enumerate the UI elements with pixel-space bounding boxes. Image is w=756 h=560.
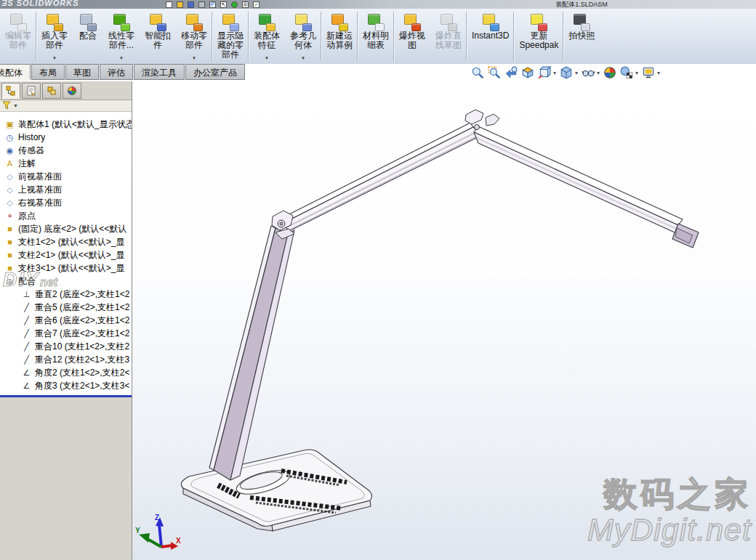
featuremanager-tree-icon[interactable] [1,83,20,99]
filter-caret[interactable]: ▼ [13,103,18,108]
triad-x-label: X [176,537,181,545]
apply-scene-icon[interactable] [620,66,633,79]
options-list-icon[interactable]: ≡ [242,1,249,8]
bill-of-materials-button[interactable]: 材料明 细表 ▼ [358,9,394,64]
undo-icon[interactable]: ↶ [209,1,216,8]
apply-scene-caret[interactable]: ▾ [635,70,638,76]
display-style-icon[interactable] [560,66,573,79]
dropdown-caret[interactable]: ▼ [52,54,57,63]
displaymanager-icon[interactable] [63,83,81,99]
tab-office-products[interactable]: 办公室产品 [185,64,245,80]
insert-components-button[interactable]: 插入零 部件 ▼ [36,9,73,64]
feature-tree: ▣ 装配体1 (默认<默认_显示状态- ◷ History ◉ 传感器 A 注解… [0,112,132,395]
solidworks-logo: ƎS SOLIDWORKS [1,0,79,7]
model-viewport[interactable]: Z Y X [132,81,756,560]
view-settings-caret[interactable]: ▾ [657,70,660,76]
tab-sketch[interactable]: 草图 [65,64,99,80]
dropdown-caret[interactable]: ▼ [265,54,269,63]
tree-item-top-plane[interactable]: ◇ 上视基准面 [0,183,132,196]
tree-item-mate-coincident6[interactable]: ╱ 重合6 (底座<2>,支柱1<2 [0,314,132,327]
tab-assembly[interactable]: 装配体 [0,64,31,80]
lamp-upper-arm[interactable] [279,123,482,231]
tree-item-mate-coincident10[interactable]: ╱ 重合10 (支柱1<2>,支柱2 [0,340,132,353]
move-component-button[interactable]: 移动零 部件 ▼ [176,9,212,64]
command-manager: 编辑零 部件 ▼ 插入零 部件 ▼ 配合 ▼ 线性零 部件... ▼ 智能扣 件 [0,9,756,65]
instant3d-button[interactable]: Instant3D ▼ [467,9,514,64]
view-orientation-caret[interactable]: ▾ [553,70,556,76]
display-style-caret[interactable]: ▾ [575,70,578,76]
tree-item-origin[interactable]: ⌖ 原点 [0,209,132,222]
hide-show-items-caret[interactable]: ▾ [597,70,600,76]
edit-component-button[interactable]: 编辑零 部件 ▼ [0,9,36,64]
tree-item-pillar1[interactable]: ■ 支柱1<2> (默认<<默认>_显 [0,235,132,248]
smart-fasteners-button[interactable]: 智能扣 件 ▼ [140,9,176,64]
edit-appearance-icon[interactable] [603,66,616,79]
tree-item-pillar3[interactable]: ■ 支柱3<1> (默认<<默认>_显 [0,261,132,275]
rollback-bar[interactable] [0,395,132,397]
tree-item-mate-angle3[interactable]: ∠ 角度3 (支柱2<1>,支柱3< [0,379,132,392]
tree-item-mate-coincident5[interactable]: ╱ 重合5 (底座<2>,支柱1<2 [0,301,132,314]
filter-funnel-icon[interactable] [2,100,11,113]
tree-item-history[interactable]: ◷ History [0,131,132,144]
reference-geometry-button[interactable]: 参考几 何体 ▼ [285,9,321,64]
tree-item-right-plane[interactable]: ◇ 右视基准面 [0,196,132,209]
tree-item-icon: ∠ [22,381,31,390]
tree-item-mate-coincident7[interactable]: ╱ 重合7 (底座<2>,支柱1<2 [0,327,132,340]
tree-item-icon: ■ [5,264,15,272]
tab-evaluate[interactable]: 评估 [100,64,133,80]
new-motion-study-button[interactable]: 新建运 动算例 ▼ [321,9,358,64]
hide-show-items-icon[interactable] [582,66,595,79]
tree-item-annotations[interactable]: A 注解 [0,157,132,170]
zoom-to-area-icon[interactable] [488,66,501,79]
tree-item-mates-folder[interactable]: ◎ 配合 [0,275,132,288]
tree-filter-row: ▼ [0,100,132,112]
performance-icon[interactable] [231,1,238,8]
panel-tab-bar [0,81,132,100]
feature-manager-panel: ▼ ▣ 装配体1 (默认<默认_显示状态- ◷ History ◉ 传感器 A … [0,81,132,560]
tree-item-front-plane[interactable]: ◇ 前视基准面 [0,170,132,183]
explode-line-sketch-button[interactable]: 爆炸直 线草图 ▼ [430,9,467,64]
tree-item-mate-perpendicular2[interactable]: ⊥ 垂直2 (底座<2>,支柱1<2 [0,288,132,301]
propertymanager-icon[interactable] [22,83,41,99]
configurationmanager-icon[interactable] [42,83,61,99]
dropdown-caret[interactable]: ▼ [301,54,305,63]
tree-item-sensors[interactable]: ◉ 传感器 [0,144,132,157]
lamp-head-arm[interactable] [474,126,699,248]
tab-render-tools[interactable]: 渲染工具 [134,64,185,80]
command-icon [528,12,549,31]
graphics-area[interactable]: Z Y X 数码之家 MyDigit.net [132,81,756,560]
update-speedpak-button[interactable]: 更新 Speedpak ▼ [514,9,563,64]
save-icon[interactable] [188,1,194,8]
tab-layout[interactable]: 布局 [31,64,65,80]
tree-item-mate-angle2[interactable]: ∠ 角度2 (支柱1<2>,支柱2< [0,366,132,379]
tree-item-icon: ╱ [22,303,31,312]
new-icon[interactable] [166,1,172,8]
zoom-to-fit-icon[interactable] [471,66,484,79]
command-icon [78,12,98,31]
exploded-view-button[interactable]: 爆炸视 图 ▼ [394,9,430,64]
tree-item-assembly-root[interactable]: ▣ 装配体1 (默认<默认_显示状态- [0,118,132,131]
tree-item-pillar2[interactable]: ■ 支柱2<1> (默认<<默认>_显 [0,248,132,261]
view-settings-icon[interactable] [642,66,655,79]
section-view-icon[interactable] [521,66,534,79]
linear-component-pattern-button[interactable]: 线性零 部件... ▼ [103,9,140,64]
tree-item-base[interactable]: ■ (固定) 底座<2> (默认<<默认 [0,222,132,235]
open-icon[interactable] [177,1,183,8]
tree-item-icon: ■ [5,251,15,259]
take-snapshot-button[interactable]: 拍快照 ▼ [563,9,600,64]
check-options-icon[interactable]: ✓ [253,1,260,8]
dropdown-caret[interactable]: ▼ [119,54,124,63]
tree-item-icon: ▣ [5,120,15,129]
triad-z-label: Z [155,514,159,522]
mate-button[interactable]: 配合 ▼ [73,9,103,64]
show-hidden-components-button[interactable]: 显示隐 藏的零 部件 ▼ [212,9,249,64]
lamp-base[interactable] [181,450,371,531]
lamp-lower-arm[interactable] [209,226,294,480]
tree-item-mate-coincident12[interactable]: ╱ 重合12 (支柱2<1>,支柱3 [0,353,132,366]
print-icon[interactable] [198,1,205,8]
view-orientation-icon[interactable] [538,66,551,79]
previous-view-icon[interactable] [504,66,518,79]
select-icon[interactable]: ↖ [220,1,227,8]
dropdown-caret[interactable]: ▼ [192,54,196,63]
assembly-features-button[interactable]: 装配体 特征 ▼ [249,9,285,64]
